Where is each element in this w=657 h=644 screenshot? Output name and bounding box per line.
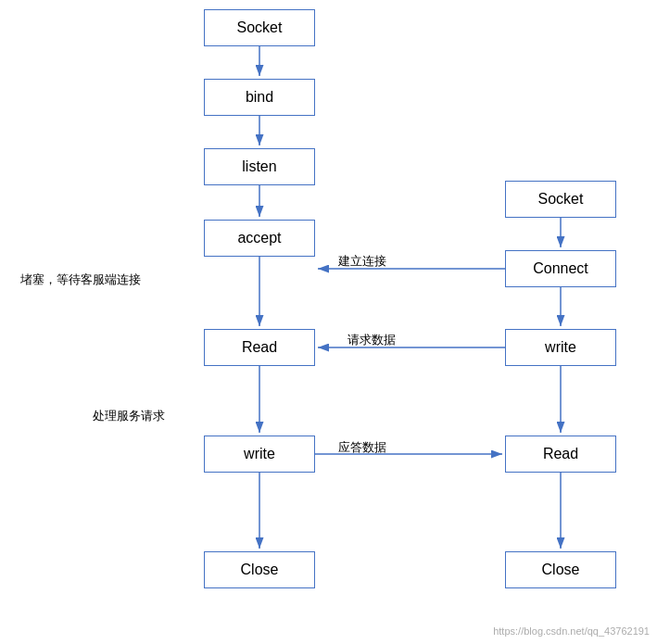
watermark: https://blog.csdn.net/qq_43762191 bbox=[493, 625, 650, 637]
process-label: 处理服务请求 bbox=[93, 408, 165, 424]
connect-box: Connect bbox=[505, 250, 616, 287]
arrows-svg bbox=[0, 0, 657, 644]
socket-client-label: Socket bbox=[538, 191, 584, 208]
socket-server-label: Socket bbox=[237, 19, 283, 36]
socket-server-box: Socket bbox=[204, 9, 315, 46]
bind-label: bind bbox=[246, 89, 273, 106]
write-server-label: write bbox=[244, 446, 275, 462]
response-label: 应答数据 bbox=[338, 439, 386, 456]
close-client-label: Close bbox=[542, 562, 580, 578]
close-client-box: Close bbox=[505, 551, 616, 588]
request-label: 请求数据 bbox=[347, 332, 396, 348]
accept-label: accept bbox=[237, 230, 281, 246]
close-server-box: Close bbox=[204, 551, 315, 588]
establish-label: 建立连接 bbox=[338, 253, 386, 270]
listen-box: listen bbox=[204, 148, 315, 185]
write-client-box: write bbox=[505, 329, 616, 366]
listen-label: listen bbox=[242, 158, 276, 175]
diagram: Socket bind listen accept Read write Clo… bbox=[0, 0, 657, 644]
bind-box: bind bbox=[204, 79, 315, 116]
read-client-box: Read bbox=[505, 436, 616, 473]
read-client-label: Read bbox=[543, 446, 578, 462]
read-server-box: Read bbox=[204, 329, 315, 366]
connect-label: Connect bbox=[533, 260, 588, 277]
blocking-label: 堵塞，等待客服端连接 bbox=[20, 271, 141, 288]
close-server-label: Close bbox=[241, 562, 279, 578]
accept-box: accept bbox=[204, 220, 315, 257]
read-server-label: Read bbox=[242, 339, 277, 356]
socket-client-box: Socket bbox=[505, 181, 616, 218]
write-server-box: write bbox=[204, 436, 315, 473]
write-client-label: write bbox=[545, 339, 576, 356]
